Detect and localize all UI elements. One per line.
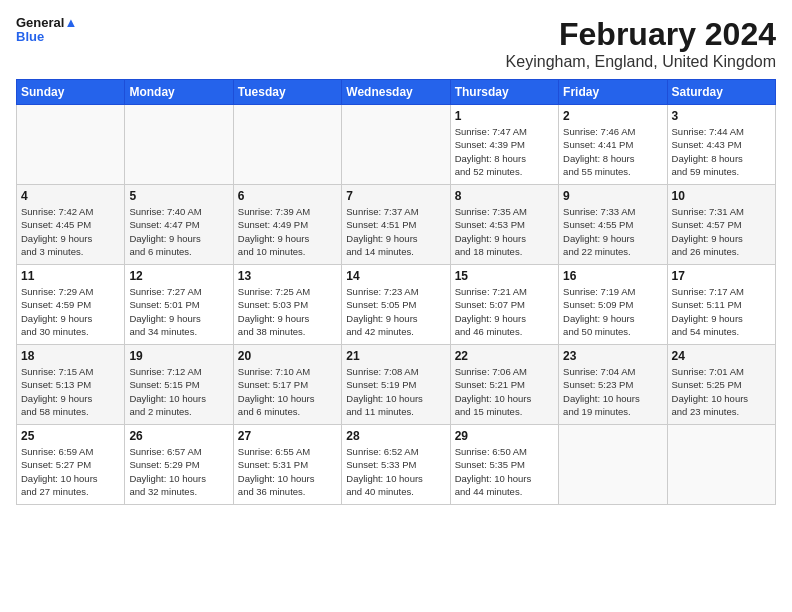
calendar-cell: 10Sunrise: 7:31 AM Sunset: 4:57 PM Dayli…	[667, 185, 775, 265]
cell-info: Sunrise: 7:25 AM Sunset: 5:03 PM Dayligh…	[238, 285, 337, 338]
cell-info: Sunrise: 7:47 AM Sunset: 4:39 PM Dayligh…	[455, 125, 554, 178]
calendar-cell: 23Sunrise: 7:04 AM Sunset: 5:23 PM Dayli…	[559, 345, 667, 425]
day-number: 17	[672, 269, 771, 283]
cell-info: Sunrise: 7:44 AM Sunset: 4:43 PM Dayligh…	[672, 125, 771, 178]
day-number: 10	[672, 189, 771, 203]
calendar-cell: 11Sunrise: 7:29 AM Sunset: 4:59 PM Dayli…	[17, 265, 125, 345]
day-header-monday: Monday	[125, 80, 233, 105]
calendar-cell	[559, 425, 667, 505]
cell-info: Sunrise: 7:39 AM Sunset: 4:49 PM Dayligh…	[238, 205, 337, 258]
day-number: 13	[238, 269, 337, 283]
day-number: 2	[563, 109, 662, 123]
cell-info: Sunrise: 6:59 AM Sunset: 5:27 PM Dayligh…	[21, 445, 120, 498]
day-number: 11	[21, 269, 120, 283]
day-number: 1	[455, 109, 554, 123]
calendar-cell	[342, 105, 450, 185]
week-row-5: 25Sunrise: 6:59 AM Sunset: 5:27 PM Dayli…	[17, 425, 776, 505]
calendar-cell: 18Sunrise: 7:15 AM Sunset: 5:13 PM Dayli…	[17, 345, 125, 425]
day-number: 5	[129, 189, 228, 203]
day-header-thursday: Thursday	[450, 80, 558, 105]
calendar-cell: 7Sunrise: 7:37 AM Sunset: 4:51 PM Daylig…	[342, 185, 450, 265]
calendar-cell: 8Sunrise: 7:35 AM Sunset: 4:53 PM Daylig…	[450, 185, 558, 265]
day-number: 23	[563, 349, 662, 363]
day-number: 21	[346, 349, 445, 363]
day-number: 7	[346, 189, 445, 203]
page-header: General▲ Blue February 2024 Keyingham, E…	[16, 16, 776, 71]
day-number: 19	[129, 349, 228, 363]
day-header-saturday: Saturday	[667, 80, 775, 105]
calendar-cell: 22Sunrise: 7:06 AM Sunset: 5:21 PM Dayli…	[450, 345, 558, 425]
day-number: 14	[346, 269, 445, 283]
calendar-cell	[233, 105, 341, 185]
cell-info: Sunrise: 6:57 AM Sunset: 5:29 PM Dayligh…	[129, 445, 228, 498]
day-number: 6	[238, 189, 337, 203]
calendar-cell: 5Sunrise: 7:40 AM Sunset: 4:47 PM Daylig…	[125, 185, 233, 265]
day-number: 28	[346, 429, 445, 443]
cell-info: Sunrise: 7:21 AM Sunset: 5:07 PM Dayligh…	[455, 285, 554, 338]
cell-info: Sunrise: 7:01 AM Sunset: 5:25 PM Dayligh…	[672, 365, 771, 418]
cell-info: Sunrise: 6:50 AM Sunset: 5:35 PM Dayligh…	[455, 445, 554, 498]
cell-info: Sunrise: 7:15 AM Sunset: 5:13 PM Dayligh…	[21, 365, 120, 418]
day-number: 22	[455, 349, 554, 363]
day-number: 4	[21, 189, 120, 203]
calendar-cell	[17, 105, 125, 185]
cell-info: Sunrise: 7:29 AM Sunset: 4:59 PM Dayligh…	[21, 285, 120, 338]
day-number: 15	[455, 269, 554, 283]
header-row: SundayMondayTuesdayWednesdayThursdayFrid…	[17, 80, 776, 105]
calendar-cell: 17Sunrise: 7:17 AM Sunset: 5:11 PM Dayli…	[667, 265, 775, 345]
calendar-cell: 16Sunrise: 7:19 AM Sunset: 5:09 PM Dayli…	[559, 265, 667, 345]
calendar-cell: 19Sunrise: 7:12 AM Sunset: 5:15 PM Dayli…	[125, 345, 233, 425]
day-number: 27	[238, 429, 337, 443]
cell-info: Sunrise: 7:35 AM Sunset: 4:53 PM Dayligh…	[455, 205, 554, 258]
calendar-cell: 20Sunrise: 7:10 AM Sunset: 5:17 PM Dayli…	[233, 345, 341, 425]
calendar-cell: 9Sunrise: 7:33 AM Sunset: 4:55 PM Daylig…	[559, 185, 667, 265]
day-number: 26	[129, 429, 228, 443]
day-number: 12	[129, 269, 228, 283]
week-row-4: 18Sunrise: 7:15 AM Sunset: 5:13 PM Dayli…	[17, 345, 776, 425]
calendar-cell: 27Sunrise: 6:55 AM Sunset: 5:31 PM Dayli…	[233, 425, 341, 505]
calendar-cell: 28Sunrise: 6:52 AM Sunset: 5:33 PM Dayli…	[342, 425, 450, 505]
calendar-cell: 15Sunrise: 7:21 AM Sunset: 5:07 PM Dayli…	[450, 265, 558, 345]
calendar-cell: 14Sunrise: 7:23 AM Sunset: 5:05 PM Dayli…	[342, 265, 450, 345]
day-number: 9	[563, 189, 662, 203]
cell-info: Sunrise: 7:12 AM Sunset: 5:15 PM Dayligh…	[129, 365, 228, 418]
calendar-cell: 6Sunrise: 7:39 AM Sunset: 4:49 PM Daylig…	[233, 185, 341, 265]
cell-info: Sunrise: 7:42 AM Sunset: 4:45 PM Dayligh…	[21, 205, 120, 258]
calendar-cell: 26Sunrise: 6:57 AM Sunset: 5:29 PM Dayli…	[125, 425, 233, 505]
week-row-1: 1Sunrise: 7:47 AM Sunset: 4:39 PM Daylig…	[17, 105, 776, 185]
day-number: 3	[672, 109, 771, 123]
title-block: February 2024 Keyingham, England, United…	[506, 16, 776, 71]
calendar-table: SundayMondayTuesdayWednesdayThursdayFrid…	[16, 79, 776, 505]
calendar-cell: 2Sunrise: 7:46 AM Sunset: 4:41 PM Daylig…	[559, 105, 667, 185]
day-number: 29	[455, 429, 554, 443]
cell-info: Sunrise: 7:10 AM Sunset: 5:17 PM Dayligh…	[238, 365, 337, 418]
cell-info: Sunrise: 7:33 AM Sunset: 4:55 PM Dayligh…	[563, 205, 662, 258]
cell-info: Sunrise: 7:40 AM Sunset: 4:47 PM Dayligh…	[129, 205, 228, 258]
cell-info: Sunrise: 7:06 AM Sunset: 5:21 PM Dayligh…	[455, 365, 554, 418]
cell-info: Sunrise: 7:19 AM Sunset: 5:09 PM Dayligh…	[563, 285, 662, 338]
day-number: 25	[21, 429, 120, 443]
week-row-2: 4Sunrise: 7:42 AM Sunset: 4:45 PM Daylig…	[17, 185, 776, 265]
cell-info: Sunrise: 7:23 AM Sunset: 5:05 PM Dayligh…	[346, 285, 445, 338]
day-number: 20	[238, 349, 337, 363]
cell-info: Sunrise: 7:37 AM Sunset: 4:51 PM Dayligh…	[346, 205, 445, 258]
day-number: 18	[21, 349, 120, 363]
calendar-cell: 3Sunrise: 7:44 AM Sunset: 4:43 PM Daylig…	[667, 105, 775, 185]
calendar-cell	[667, 425, 775, 505]
calendar-cell: 29Sunrise: 6:50 AM Sunset: 5:35 PM Dayli…	[450, 425, 558, 505]
day-header-friday: Friday	[559, 80, 667, 105]
cell-info: Sunrise: 7:46 AM Sunset: 4:41 PM Dayligh…	[563, 125, 662, 178]
logo: General▲ Blue	[16, 16, 77, 45]
calendar-cell: 24Sunrise: 7:01 AM Sunset: 5:25 PM Dayli…	[667, 345, 775, 425]
cell-info: Sunrise: 7:04 AM Sunset: 5:23 PM Dayligh…	[563, 365, 662, 418]
month-title: February 2024	[506, 16, 776, 53]
calendar-cell: 1Sunrise: 7:47 AM Sunset: 4:39 PM Daylig…	[450, 105, 558, 185]
cell-info: Sunrise: 6:55 AM Sunset: 5:31 PM Dayligh…	[238, 445, 337, 498]
day-header-sunday: Sunday	[17, 80, 125, 105]
location: Keyingham, England, United Kingdom	[506, 53, 776, 71]
calendar-cell: 25Sunrise: 6:59 AM Sunset: 5:27 PM Dayli…	[17, 425, 125, 505]
cell-info: Sunrise: 7:27 AM Sunset: 5:01 PM Dayligh…	[129, 285, 228, 338]
calendar-cell: 13Sunrise: 7:25 AM Sunset: 5:03 PM Dayli…	[233, 265, 341, 345]
calendar-cell	[125, 105, 233, 185]
calendar-cell: 12Sunrise: 7:27 AM Sunset: 5:01 PM Dayli…	[125, 265, 233, 345]
